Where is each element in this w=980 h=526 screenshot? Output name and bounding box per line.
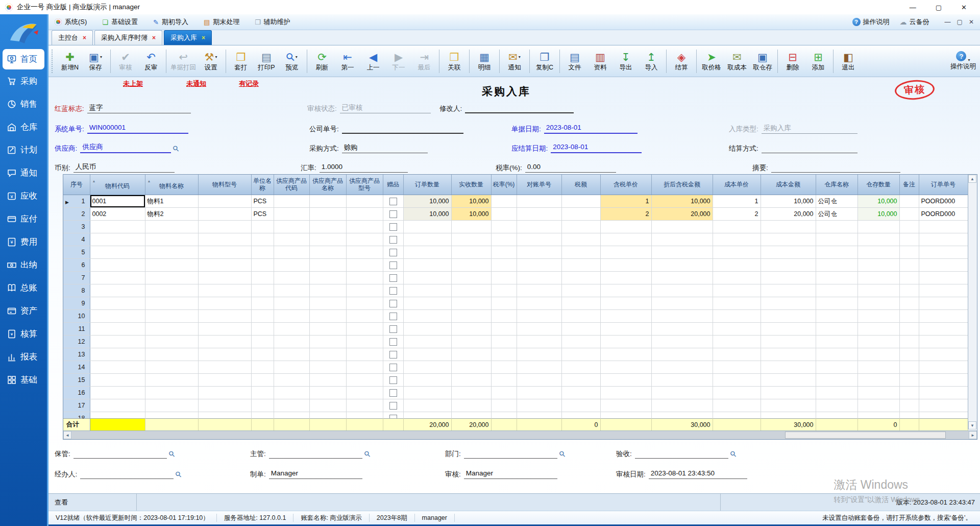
cell-cost_amount-10[interactable] xyxy=(761,310,816,323)
cell-wh-6[interactable] xyxy=(816,259,857,272)
cell-sup_code-10[interactable] xyxy=(274,310,309,323)
cell-tax_rate-8[interactable] xyxy=(491,284,517,297)
toolbar-button-audit[interactable]: ✔审核 xyxy=(113,50,138,73)
cell-bill_no-8[interactable] xyxy=(517,284,561,297)
cell-wh-2[interactable]: 公司仓 xyxy=(816,208,857,221)
cell-sup_name-4[interactable] xyxy=(309,233,346,246)
cell-cost_amount-4[interactable] xyxy=(761,233,816,246)
menu-maintenance[interactable]: ❒辅助维护 xyxy=(255,17,290,27)
sidebar-item-home[interactable]: 首页 xyxy=(3,49,44,69)
cell-recv_qty-10[interactable] xyxy=(451,310,491,323)
column-header-sup_code[interactable]: 供应商产品代码 xyxy=(274,175,309,195)
cell-gift-9[interactable] xyxy=(383,297,403,310)
cell-order_no-10[interactable] xyxy=(919,310,968,323)
cell-amount-4[interactable] xyxy=(651,233,713,246)
cell-recv_qty-7[interactable] xyxy=(451,272,491,284)
cell-cost_amount-17[interactable] xyxy=(761,399,816,412)
cell-sup_name-10[interactable] xyxy=(309,310,346,323)
cell-recv_qty-16[interactable] xyxy=(451,387,491,399)
cell-cost_amount-7[interactable] xyxy=(761,272,816,284)
scroll-down-icon[interactable]: ▼ xyxy=(968,421,976,429)
cell-amount-14[interactable] xyxy=(651,361,713,374)
cell-unit-17[interactable] xyxy=(251,399,274,412)
column-header-bill_no[interactable]: 对账单号 xyxy=(517,175,561,195)
sidebar-item-sales[interactable]: 销售 xyxy=(0,92,47,115)
cell-bill_no-15[interactable] xyxy=(517,374,561,387)
field-keeper-value[interactable] xyxy=(74,449,167,459)
row-header-1[interactable]: ▶1 xyxy=(63,195,90,208)
cell-recv_qty-8[interactable] xyxy=(451,284,491,297)
cell-cost_price-5[interactable] xyxy=(713,246,761,259)
cell-gift-14[interactable] xyxy=(383,361,403,374)
cell-bill_no-16[interactable] xyxy=(517,387,561,399)
cell-sup_name-18[interactable] xyxy=(309,412,346,419)
cell-stock-17[interactable] xyxy=(857,399,899,412)
cell-stock-16[interactable] xyxy=(857,387,899,399)
cell-stock-9[interactable] xyxy=(857,297,899,310)
cell-cost_amount-16[interactable] xyxy=(761,387,816,399)
cell-name-9[interactable] xyxy=(145,297,198,310)
cell-wh-10[interactable] xyxy=(816,310,857,323)
cell-unit-13[interactable] xyxy=(251,348,274,361)
row-header-11[interactable]: 11 xyxy=(63,323,90,336)
field-audit-date-value[interactable]: 2023-08-01 23:43:50 xyxy=(649,469,747,479)
cell-order_no-2[interactable]: POORD000 xyxy=(919,208,968,221)
cell-order_no-11[interactable] xyxy=(919,323,968,336)
cell-order_qty-18[interactable] xyxy=(403,412,451,419)
menu-basic-settings[interactable]: ❏基础设置 xyxy=(102,17,138,27)
cell-sup_model-11[interactable] xyxy=(346,323,383,336)
cell-gift-2[interactable] xyxy=(383,208,403,221)
cell-model-12[interactable] xyxy=(198,336,251,348)
cell-sup_model-15[interactable] xyxy=(346,374,383,387)
cell-code-9[interactable] xyxy=(90,297,145,310)
flag-link-0[interactable]: 未上架 xyxy=(123,79,143,88)
cell-price-14[interactable] xyxy=(600,361,651,374)
menu-help[interactable]: ? 操作说明 xyxy=(852,17,890,27)
cell-tax_rate-15[interactable] xyxy=(491,374,517,387)
cell-sup_model-17[interactable] xyxy=(346,399,383,412)
cell-gift-15[interactable] xyxy=(383,374,403,387)
field-department-value[interactable] xyxy=(464,449,557,459)
cell-stock-8[interactable] xyxy=(857,284,899,297)
column-header-unit[interactable]: 单位名称 xyxy=(251,175,274,195)
cell-name-17[interactable] xyxy=(145,399,198,412)
cell-tax_rate-4[interactable] xyxy=(491,233,517,246)
cell-recv_qty-14[interactable] xyxy=(451,361,491,374)
toolbar-button-import[interactable]: ↥导入 xyxy=(639,50,664,73)
cell-price-5[interactable] xyxy=(600,246,651,259)
cell-amount-8[interactable] xyxy=(651,284,713,297)
column-header-stock[interactable]: 仓存数量 xyxy=(857,175,899,195)
cell-sup_code-18[interactable] xyxy=(274,412,309,419)
cell-model-4[interactable] xyxy=(198,233,251,246)
cell-bill_no-6[interactable] xyxy=(517,259,561,272)
cell-tax_rate-18[interactable] xyxy=(491,412,517,419)
cell-amount-15[interactable] xyxy=(651,374,713,387)
cell-gift-12[interactable] xyxy=(383,336,403,348)
cell-tax_rate-2[interactable] xyxy=(491,208,517,221)
tab-main-console[interactable]: 主控台× xyxy=(52,30,93,45)
toolbar-button-copy[interactable]: ❐复制C xyxy=(532,50,557,73)
field-purchase-method-value[interactable]: 赊购 xyxy=(342,143,428,153)
column-header-rowhead[interactable]: 序号 xyxy=(63,175,90,195)
toolbar-button-reject[interactable]: ↩单据打回 xyxy=(168,50,198,73)
toolbar-button-link[interactable]: ❒关联 xyxy=(442,50,467,73)
field-bill-date-value[interactable]: 2023-08-01 xyxy=(544,124,638,134)
cell-sup_name-3[interactable] xyxy=(309,221,346,233)
cell-unit-7[interactable] xyxy=(251,272,274,284)
cell-order_qty-13[interactable] xyxy=(403,348,451,361)
row-header-14[interactable]: 14 xyxy=(63,361,90,374)
field-company-no-value[interactable] xyxy=(342,124,463,134)
cell-cost_amount-14[interactable] xyxy=(761,361,816,374)
gift-checkbox[interactable] xyxy=(389,236,397,244)
cell-sup_code-17[interactable] xyxy=(274,399,309,412)
gift-checkbox[interactable] xyxy=(389,249,397,256)
flag-link-2[interactable]: 有记录 xyxy=(239,79,259,88)
toolbar-button-get-stock[interactable]: ▣取仓存 xyxy=(750,50,775,73)
cell-price-1[interactable]: 1 xyxy=(600,195,651,208)
cell-amount-12[interactable] xyxy=(651,336,713,348)
cell-stock-6[interactable] xyxy=(857,259,899,272)
cell-order_no-9[interactable] xyxy=(919,297,968,310)
keeper-search-icon[interactable]: ⚲ xyxy=(166,449,177,460)
cell-sup_model-7[interactable] xyxy=(346,272,383,284)
cell-bill_no-13[interactable] xyxy=(517,348,561,361)
